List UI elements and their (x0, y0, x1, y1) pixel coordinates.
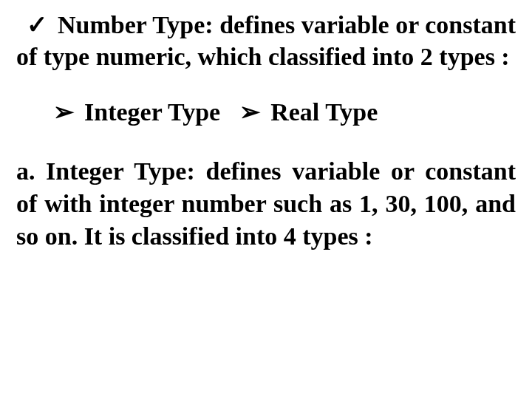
subtype-integer-label: Integer Type (84, 97, 220, 129)
number-type-text: Number Type: defines variable or constan… (16, 11, 516, 70)
integer-type-text: Integer Type: defines variable or consta… (16, 157, 516, 250)
number-type-paragraph: ✓Number Type: defines variable or consta… (16, 9, 516, 72)
arrow-icon: ➢ (239, 96, 260, 128)
integer-type-paragraph: a.Integer Type: defines variable or cons… (16, 155, 516, 253)
subtype-integer: ➢ Integer Type (53, 96, 220, 129)
subtype-row: ➢ Integer Type ➢ Real Type (16, 96, 516, 129)
check-icon: ✓ (16, 10, 58, 38)
list-marker-a: a. (16, 155, 46, 188)
arrow-icon: ➢ (53, 96, 74, 128)
subtype-real: ➢ Real Type (239, 96, 378, 129)
subtype-real-label: Real Type (270, 97, 378, 129)
